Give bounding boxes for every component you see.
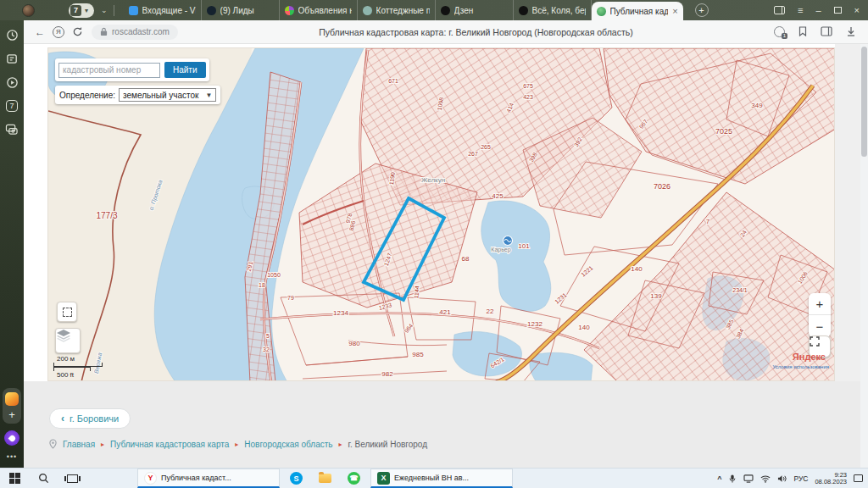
downloads-button[interactable] bbox=[846, 25, 856, 40]
search-button[interactable]: Найти bbox=[164, 62, 206, 78]
task-view-button[interactable] bbox=[58, 469, 86, 488]
screenshot-icon bbox=[5, 124, 19, 136]
dzen2-icon bbox=[519, 6, 528, 15]
bookmark-button[interactable] bbox=[798, 25, 807, 40]
browser-tab[interactable]: Публичная кадас × bbox=[592, 2, 683, 20]
collections-icon bbox=[821, 26, 832, 36]
tab-label: Публичная кадас bbox=[610, 7, 669, 16]
breadcrumb-link[interactable]: Главная bbox=[63, 440, 104, 449]
start-button[interactable] bbox=[0, 469, 29, 488]
filter-label: Определение: bbox=[59, 91, 115, 100]
display-tray-button[interactable] bbox=[743, 474, 754, 483]
notification-center-button[interactable] bbox=[854, 474, 863, 482]
screenshot-button[interactable] bbox=[3, 120, 21, 139]
explorer-icon bbox=[319, 474, 331, 483]
chevron-left-icon: ‹ bbox=[61, 413, 64, 424]
feed-button[interactable] bbox=[3, 49, 21, 68]
url-text: roscadastr.com bbox=[112, 27, 170, 36]
yandex-home-button[interactable]: Я bbox=[49, 26, 68, 38]
download-icon bbox=[846, 26, 856, 36]
tab-label: Объявления на Ави bbox=[298, 6, 352, 15]
alice-button[interactable] bbox=[4, 430, 19, 446]
map-label: 7025 bbox=[715, 127, 732, 136]
scale-bar: 200 м 500 ft bbox=[53, 355, 103, 379]
browser-tab[interactable]: Дзен × bbox=[436, 0, 514, 20]
taskbar-app[interactable] bbox=[313, 469, 337, 488]
volume-tray-button[interactable] bbox=[777, 474, 787, 483]
layers-button[interactable] bbox=[55, 328, 81, 353]
map-label: 675 bbox=[523, 83, 533, 89]
map-label: 79 bbox=[287, 295, 294, 301]
address-bar[interactable]: roscadastr.com bbox=[92, 25, 178, 40]
map-label: 1232 bbox=[527, 320, 542, 328]
history-button[interactable] bbox=[3, 25, 21, 44]
map-label: Карьер bbox=[491, 247, 510, 253]
map-label: 140 bbox=[631, 265, 643, 273]
map-label: 985 bbox=[412, 351, 424, 358]
terms-link[interactable]: Условия использования bbox=[772, 364, 829, 369]
language-indicator[interactable]: РУС bbox=[793, 474, 808, 483]
tray-expand-button[interactable]: ^ bbox=[717, 474, 721, 483]
microphone-tray-button[interactable] bbox=[728, 474, 737, 484]
filter-panel: Определение: земельный участок ▼ bbox=[55, 86, 220, 104]
browser-tab[interactable]: Объявления на Ави × bbox=[280, 0, 358, 20]
tabs-panel-button[interactable]: 7 bbox=[3, 97, 21, 115]
taskbar-app[interactable]: Y Публичная кадаст... bbox=[137, 469, 280, 488]
browser-tab[interactable]: Коттеджные посёлк × bbox=[358, 0, 436, 20]
add-app-button[interactable]: + bbox=[8, 411, 15, 419]
map-label: 1234 bbox=[333, 309, 348, 317]
object-type-select[interactable]: земельный участок ▼ bbox=[119, 88, 216, 102]
menu-button[interactable]: ≡ bbox=[798, 6, 803, 15]
ad-blocker-button[interactable]: 1 bbox=[774, 26, 785, 37]
breadcrumb-link[interactable]: Новгородская область bbox=[244, 440, 342, 449]
cadastral-map[interactable]: 177/3о. ПротокаВеряжа97888612471190Желку… bbox=[47, 47, 835, 381]
clock[interactable]: 9:23 08.08.2023 bbox=[815, 472, 847, 485]
windows-icon bbox=[9, 473, 20, 484]
page-scrollbar[interactable] bbox=[860, 44, 868, 468]
quarry-poi-icon[interactable] bbox=[504, 236, 513, 246]
tab-close-icon[interactable]: × bbox=[672, 7, 677, 16]
side-panels-button[interactable] bbox=[774, 6, 785, 14]
tab-counter[interactable]: 7 ▾ bbox=[69, 3, 94, 18]
back-button[interactable]: ← bbox=[31, 26, 49, 38]
maximize-button[interactable] bbox=[834, 7, 842, 14]
cottage-site-icon bbox=[363, 6, 372, 15]
breadcrumb-link[interactable]: Публичная кадастровая карта bbox=[110, 440, 238, 449]
map-label: 421 bbox=[439, 308, 451, 316]
yandex-app-icon[interactable] bbox=[5, 392, 19, 406]
taskbar-app[interactable]: ☎ bbox=[342, 469, 366, 488]
close-button[interactable]: × bbox=[854, 6, 860, 15]
wifi-tray-button[interactable] bbox=[760, 474, 771, 483]
screen: 7 ▾ ⌄ Входящие - VK Work × (9) Лиды × Об… bbox=[0, 0, 868, 488]
sidebar-more-button[interactable]: ••• bbox=[7, 452, 17, 461]
map-label: 425 bbox=[492, 192, 504, 200]
measure-area-button[interactable] bbox=[57, 302, 77, 322]
taskbar-app[interactable]: X Ежедневный ВН ав... bbox=[370, 469, 513, 488]
taskbar-search-button[interactable] bbox=[29, 469, 58, 488]
lock-icon bbox=[100, 27, 108, 36]
new-tab-button[interactable]: + bbox=[695, 3, 709, 17]
back-to-city-button[interactable]: ‹ г. Боровичи bbox=[49, 408, 131, 429]
collections-button[interactable] bbox=[821, 25, 832, 40]
browser-tab[interactable]: Всё, Коля, берегись × bbox=[514, 0, 592, 20]
toolbar-actions: 1 bbox=[774, 25, 856, 40]
zoom-out-button[interactable]: − bbox=[809, 315, 831, 337]
tabs-dropdown-button[interactable]: ⌄ bbox=[101, 6, 108, 14]
layers-icon bbox=[56, 329, 71, 342]
measure-icon bbox=[63, 308, 72, 317]
minimize-button[interactable]: – bbox=[815, 6, 821, 15]
scrollbar-thumb[interactable] bbox=[861, 47, 867, 157]
profile-avatar[interactable] bbox=[22, 4, 35, 17]
search-input[interactable] bbox=[58, 63, 160, 78]
tab-label: Входящие - VK Work bbox=[142, 6, 196, 15]
browser-tab[interactable]: (9) Лиды × bbox=[202, 0, 280, 20]
clock-icon bbox=[6, 29, 19, 42]
bitrix24-icon bbox=[207, 6, 216, 15]
app-label: Ежедневный ВН ав... bbox=[394, 474, 469, 482]
reload-button[interactable] bbox=[68, 26, 86, 37]
taskbar-app[interactable]: S bbox=[284, 469, 309, 488]
scale-meters: 200 м bbox=[53, 355, 103, 363]
browser-tab[interactable]: Входящие - VK Work × bbox=[124, 0, 202, 20]
video-button[interactable] bbox=[3, 73, 21, 92]
zoom-in-button[interactable]: + bbox=[809, 293, 831, 315]
